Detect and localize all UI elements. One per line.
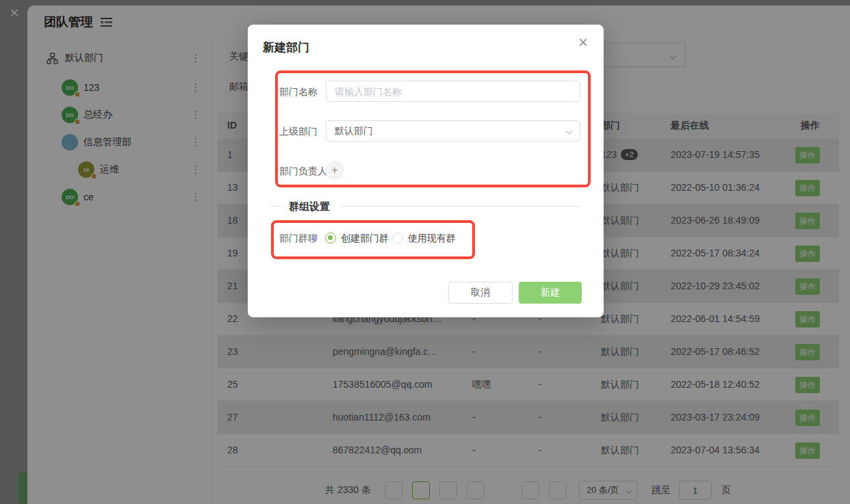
section-divider-right bbox=[340, 206, 580, 207]
modal-title: 新建部门 bbox=[263, 40, 309, 55]
section-divider-left bbox=[271, 206, 282, 207]
dept-name-input[interactable] bbox=[326, 81, 580, 102]
radio-create-group-label[interactable]: 创建部门群 bbox=[341, 233, 389, 245]
dept-chat-label: 部门群聊 bbox=[279, 233, 318, 245]
cancel-button[interactable]: 取消 bbox=[448, 282, 513, 304]
screen: 团队管理 默认部门 DO bbox=[0, 0, 850, 504]
radio-existing-group-label[interactable]: 使用现有群 bbox=[408, 233, 456, 245]
dept-name-label: 部门名称 bbox=[279, 86, 318, 98]
modal-close-icon[interactable] bbox=[575, 34, 591, 51]
add-leader-button[interactable]: + bbox=[325, 161, 344, 180]
dept-chat-row: 部门群聊 创建部门群 使用现有群 bbox=[248, 233, 604, 245]
new-department-modal: 新建部门 部门名称 上级部门 默认部门 部门负责人 + 群组设置 部门群聊 创建… bbox=[248, 25, 604, 317]
section-title: 群组设置 bbox=[289, 200, 330, 213]
parent-dept-select[interactable]: 默认部门 bbox=[326, 120, 580, 142]
group-settings-section: 群组设置 bbox=[248, 200, 604, 213]
confirm-button[interactable]: 新建 bbox=[519, 282, 582, 304]
parent-dept-label: 上级部门 bbox=[279, 126, 318, 138]
parent-dept-value: 默认部门 bbox=[335, 125, 373, 137]
dept-leader-label: 部门负责人 bbox=[279, 165, 327, 178]
chevron-down-icon bbox=[566, 128, 573, 135]
radio-create-group[interactable] bbox=[325, 233, 336, 243]
radio-existing-group[interactable] bbox=[392, 233, 403, 243]
